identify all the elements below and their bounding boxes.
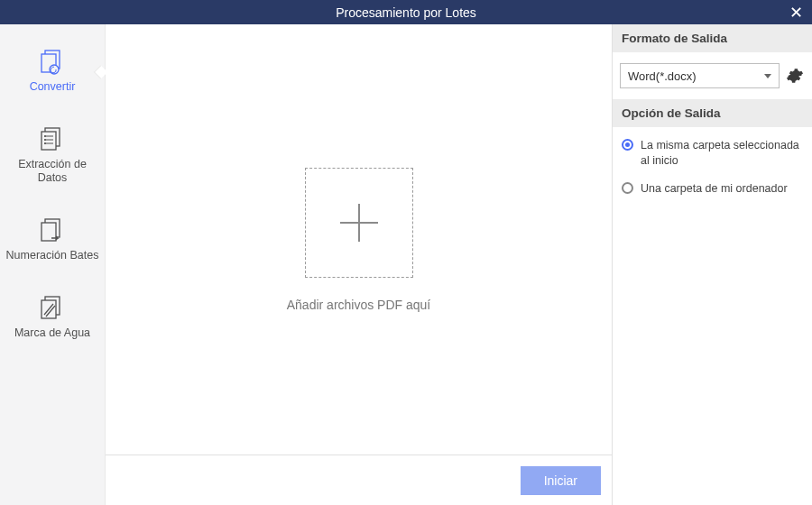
right-panel: Formato de Salida Word(*.docx) Opción de…: [612, 24, 812, 505]
window-title: Procesamiento por Lotes: [336, 5, 476, 20]
dropzone-area: Añadir archivos PDF aquí: [106, 24, 612, 454]
footer-bar: Iniciar: [106, 454, 612, 505]
option-custom-folder[interactable]: Una carpeta de mi ordenador: [622, 181, 803, 197]
radio-icon: [622, 182, 633, 194]
sidebar-item-bates[interactable]: Numeración Bates: [0, 206, 105, 276]
svg-rect-4: [42, 132, 56, 150]
format-selected-value: Word(*.docx): [628, 69, 697, 83]
gear-icon: [786, 67, 804, 85]
svg-point-9: [44, 139, 46, 141]
option-label: Una carpeta de mi ordenador: [641, 181, 788, 197]
sidebar: Convertir Extracción de Datos Numeració: [0, 24, 106, 505]
extract-icon: [39, 127, 66, 152]
sidebar-item-convert[interactable]: Convertir: [0, 37, 105, 107]
output-option-group: La misma carpeta seleccionada al inicio …: [613, 127, 812, 218]
svg-point-10: [44, 142, 46, 144]
chevron-down-icon: [764, 74, 771, 78]
radio-icon: [622, 139, 633, 151]
convert-icon: [39, 50, 66, 75]
add-files-dropbox[interactable]: [305, 168, 413, 278]
format-section-title: Formato de Salida: [613, 24, 812, 52]
start-button[interactable]: Iniciar: [521, 466, 601, 495]
sidebar-item-label: Marca de Agua: [14, 326, 90, 341]
watermark-icon: [39, 296, 66, 321]
option-same-folder[interactable]: La misma carpeta seleccionada al inicio: [622, 138, 803, 169]
bates-icon: [39, 218, 66, 243]
sidebar-item-label: Convertir: [30, 80, 76, 95]
sidebar-item-label: Extracción de Datos: [5, 158, 99, 186]
format-settings-button[interactable]: [785, 66, 805, 86]
sidebar-item-extract[interactable]: Extracción de Datos: [0, 115, 105, 198]
option-label: La misma carpeta seleccionada al inicio: [641, 138, 803, 169]
output-option-title: Opción de Salida: [613, 99, 812, 127]
titlebar: Procesamiento por Lotes ✕: [0, 0, 812, 24]
sidebar-item-label: Numeración Bates: [6, 249, 99, 263]
center-panel: Añadir archivos PDF aquí Iniciar: [106, 24, 612, 505]
close-icon[interactable]: ✕: [789, 3, 803, 23]
format-row: Word(*.docx): [613, 52, 812, 99]
output-format-select[interactable]: Word(*.docx): [620, 63, 780, 88]
svg-point-8: [44, 135, 46, 137]
sidebar-item-watermark[interactable]: Marca de Agua: [0, 283, 105, 354]
plus-icon: [340, 204, 378, 242]
main-layout: Convertir Extracción de Datos Numeració: [0, 24, 812, 505]
drop-label: Añadir archivos PDF aquí: [287, 298, 431, 312]
